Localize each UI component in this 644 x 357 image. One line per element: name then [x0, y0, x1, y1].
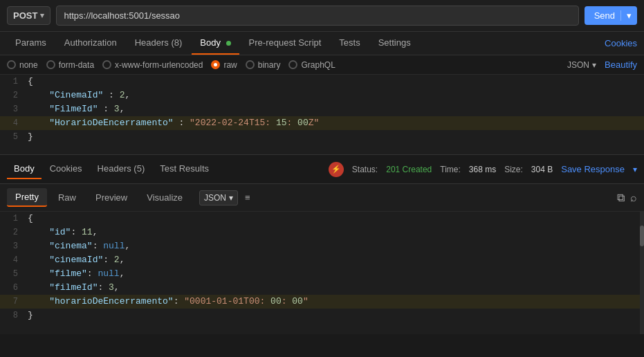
- method-chevron: ▾: [40, 11, 44, 20]
- code-line: 6 "filmeId": 3,: [0, 281, 644, 295]
- tab-headers[interactable]: Headers (8): [127, 32, 191, 55]
- response-toolbar: Pretty Raw Preview Visualize JSON ▾ ≡ ⧉ …: [0, 184, 644, 212]
- scrollbar-thumb[interactable]: [640, 226, 644, 246]
- send-label: Send: [594, 10, 620, 21]
- code-line: 7 "horarioDeEncerramento": "0001-01-01T0…: [0, 295, 644, 309]
- line-content: "cinema": null,: [25, 239, 644, 253]
- code-line: 8}: [0, 309, 644, 322]
- line-content: "CinemaId" : 2,: [25, 89, 644, 102]
- line-content: "cinemaId": 2,: [25, 253, 644, 267]
- search-icon[interactable]: ⌕: [630, 192, 637, 204]
- res-view-raw[interactable]: Raw: [50, 189, 84, 206]
- send-button[interactable]: Send ▾: [585, 6, 637, 25]
- radio-urlencoded: [102, 60, 111, 69]
- code-line: 3 "FilmeId" : 3,: [0, 102, 644, 116]
- body-type-none[interactable]: none: [7, 60, 38, 70]
- line-number: 5: [0, 267, 25, 281]
- response-header: Body Cookies Headers (5) Test Results ⚡ …: [0, 155, 644, 184]
- line-number: 4: [0, 116, 25, 130]
- radio-raw: [211, 60, 220, 69]
- line-number: 8: [0, 309, 25, 322]
- tab-body[interactable]: Body: [192, 32, 239, 55]
- res-view-visualize[interactable]: Visualize: [138, 189, 191, 206]
- code-line: 2 "CinemaId" : 2,: [0, 89, 644, 102]
- tab-tests[interactable]: Tests: [331, 32, 368, 55]
- res-view-pretty[interactable]: Pretty: [7, 188, 47, 207]
- method-select[interactable]: POST ▾: [7, 6, 50, 25]
- line-content: "filmeId": 3,: [25, 281, 644, 295]
- code-line: 5 "filme": null,: [0, 267, 644, 281]
- status-code: 201 Created: [386, 165, 432, 174]
- line-number: 2: [0, 89, 25, 102]
- line-number: 7: [0, 295, 25, 309]
- body-type-graphql[interactable]: GraphQL: [288, 60, 335, 70]
- code-line: 4 "cinemaId": 2,: [0, 253, 644, 267]
- line-content: {: [25, 212, 644, 226]
- json-chevron-icon: ▾: [592, 60, 596, 70]
- line-number: 2: [0, 226, 25, 239]
- code-line: 1{: [0, 75, 644, 89]
- cookies-link[interactable]: Cookies: [605, 38, 637, 48]
- code-line: 4 "HorarioDeEncerramento" : "2022-02-24T…: [0, 116, 644, 130]
- res-tab-cookies[interactable]: Cookies: [43, 159, 89, 179]
- line-content: }: [25, 130, 644, 144]
- res-tab-test-results[interactable]: Test Results: [153, 159, 216, 179]
- radio-none: [7, 60, 16, 69]
- body-type-raw[interactable]: raw: [211, 60, 237, 70]
- beautify-button[interactable]: Beautify: [605, 60, 637, 70]
- response-body-viewer: 1{2 "id": 11,3 "cinema": null,4 "cinemaI…: [0, 212, 644, 334]
- status-icon: ⚡: [329, 162, 344, 177]
- tab-settings[interactable]: Settings: [370, 32, 419, 55]
- line-content: "HorarioDeEncerramento" : "2022-02-24T15…: [25, 116, 644, 130]
- radio-binary: [246, 60, 255, 69]
- json-format-dropdown[interactable]: JSON ▾: [567, 60, 596, 70]
- body-type-urlencoded[interactable]: x-www-form-urlencoded: [102, 60, 203, 70]
- scrollbar[interactable]: [640, 212, 644, 334]
- res-tab-headers[interactable]: Headers (5): [91, 159, 152, 179]
- response-size: 304 B: [531, 165, 553, 174]
- filter-icon[interactable]: ≡: [245, 192, 250, 203]
- code-line: 3 "cinema": null,: [0, 239, 644, 253]
- body-dot-indicator: [226, 41, 231, 46]
- line-number: 3: [0, 102, 25, 116]
- url-bar: POST ▾ Send ▾: [0, 0, 644, 32]
- copy-icon[interactable]: ⧉: [617, 192, 625, 204]
- line-content: "horarioDeEncerramento": "0001-01-01T00:…: [25, 295, 644, 309]
- request-tabs: Params Authorization Headers (8) Body Pr…: [0, 32, 644, 55]
- url-input[interactable]: [56, 6, 578, 26]
- line-number: 5: [0, 130, 25, 144]
- tab-params[interactable]: Params: [7, 32, 55, 55]
- send-arrow-icon[interactable]: ▾: [620, 10, 637, 21]
- line-content: "id": 11,: [25, 226, 644, 239]
- code-line: 1{: [0, 212, 644, 226]
- save-response-chevron[interactable]: ▾: [633, 165, 637, 174]
- radio-form-data: [46, 60, 55, 69]
- line-number: 3: [0, 239, 25, 253]
- line-content: }: [25, 309, 644, 322]
- response-tabs: Body Cookies Headers (5) Test Results: [7, 159, 216, 179]
- json-dropdown-chevron: ▾: [229, 193, 233, 203]
- line-content: "FilmeId" : 3,: [25, 102, 644, 116]
- tab-pre-request[interactable]: Pre-request Script: [241, 32, 330, 55]
- response-format-dropdown[interactable]: JSON ▾: [199, 190, 238, 205]
- body-type-bar: none form-data x-www-form-urlencoded raw…: [0, 55, 644, 75]
- res-view-preview[interactable]: Preview: [87, 189, 136, 206]
- request-body-editor[interactable]: 1{2 "CinemaId" : 2,3 "FilmeId" : 3,4 "Ho…: [0, 75, 644, 155]
- line-number: 1: [0, 75, 25, 89]
- response-actions: ⧉ ⌕: [617, 192, 637, 204]
- size-label: Size:: [504, 165, 523, 174]
- code-line: 2 "id": 11,: [0, 226, 644, 239]
- time-label: Time:: [440, 165, 461, 174]
- body-type-form-data[interactable]: form-data: [46, 60, 94, 70]
- line-number: 4: [0, 253, 25, 267]
- res-tab-body[interactable]: Body: [7, 159, 42, 179]
- line-number: 1: [0, 212, 25, 226]
- save-response-button[interactable]: Save Response: [561, 164, 625, 174]
- radio-graphql: [288, 60, 297, 69]
- line-content: {: [25, 75, 644, 89]
- body-type-binary[interactable]: binary: [246, 60, 281, 70]
- tab-authorization[interactable]: Authorization: [56, 32, 125, 55]
- method-label: POST: [13, 10, 37, 21]
- response-time: 368 ms: [469, 165, 496, 174]
- code-line: 5}: [0, 130, 644, 144]
